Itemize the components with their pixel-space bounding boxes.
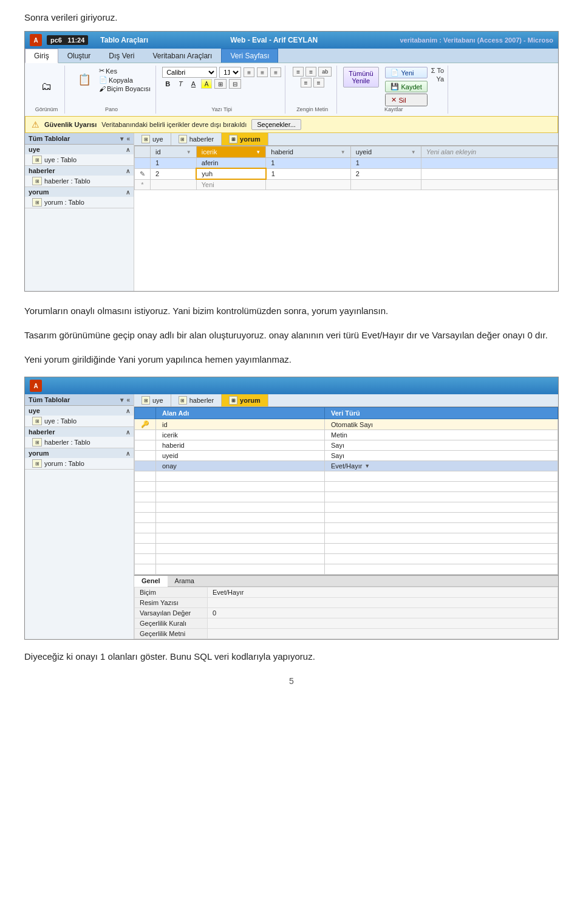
design-tab-haberler[interactable]: ⊞ haberler bbox=[171, 394, 222, 406]
tumunu-yenile-button[interactable]: Tümünü Yenile bbox=[343, 67, 378, 87]
properties-tab-genel[interactable]: Genel bbox=[134, 576, 168, 587]
sidebar2-chevron[interactable]: ▼ « bbox=[119, 397, 130, 403]
gorunum-button[interactable]: 🗂 bbox=[36, 77, 58, 97]
sidebar2-item-haberler[interactable]: ⊞ haberler : Tablo bbox=[25, 437, 134, 448]
sigma-label: Σ To bbox=[431, 67, 444, 74]
cell-uyeid-1[interactable]: 2 bbox=[350, 168, 421, 179]
cell-uyeid-0[interactable]: 1 bbox=[350, 158, 421, 169]
col-icerik[interactable]: icerik ▼ bbox=[196, 146, 266, 158]
italic-button[interactable]: T bbox=[176, 79, 186, 89]
tab-veri-sayfasi[interactable]: Veri Sayfası bbox=[221, 49, 278, 63]
design-row-haberid: haberid Sayı bbox=[135, 440, 558, 451]
tab-yorum[interactable]: ⊞ yorum bbox=[222, 133, 268, 145]
ab-btn[interactable]: ab bbox=[318, 67, 332, 77]
cell-haberid-0[interactable]: 1 bbox=[266, 158, 350, 169]
sidebar-chevron[interactable]: ▼ « bbox=[119, 135, 130, 142]
cell-icerik-new[interactable]: Yeni bbox=[196, 179, 266, 190]
sigma-group: Σ To Ya bbox=[431, 67, 444, 83]
tab-veritabani-araclari[interactable]: Veritabanı Araçları bbox=[143, 49, 221, 63]
sil-button[interactable]: ✕ Sil bbox=[385, 94, 428, 106]
onay-dropdown-icon[interactable]: ▼ bbox=[364, 463, 370, 469]
design-cell-id-name[interactable]: id bbox=[156, 419, 325, 430]
security-options-button[interactable]: Seçenekler... bbox=[251, 119, 301, 130]
sidebar-item-yorum-tablo[interactable]: ⊞ yorum : Tablo bbox=[25, 197, 134, 208]
col-haberid[interactable]: haberid ▼ bbox=[266, 146, 350, 158]
indent2-btn[interactable]: ≡ bbox=[313, 78, 324, 87]
cell-icerik-1[interactable]: yuh bbox=[196, 168, 266, 179]
design-cell-icerik-name[interactable]: icerik bbox=[156, 430, 325, 440]
sidebar2-yorum-title[interactable]: yorum ∧ bbox=[25, 448, 134, 458]
security-message: Veritabanındaki belirli içerikler devre … bbox=[101, 121, 247, 128]
yeni-button[interactable]: 📄 Yeni bbox=[385, 67, 428, 78]
yapistir-button[interactable]: 📋 bbox=[72, 67, 97, 92]
align-center-btn[interactable]: ≡ bbox=[257, 67, 268, 77]
design-cell-icerik-type[interactable]: Metin bbox=[325, 430, 558, 440]
design-cell-haberid-name[interactable]: haberid bbox=[156, 440, 325, 451]
sidebar-item-haberler-tablo[interactable]: ⊞ haberler : Tablo bbox=[25, 176, 134, 187]
grid-btn[interactable]: ⊞ bbox=[214, 79, 227, 89]
sil-icon: ✕ bbox=[391, 96, 397, 104]
design-row-uyeid: uyeid Sayı bbox=[135, 451, 558, 461]
indent-btn[interactable]: ≡ bbox=[305, 67, 316, 77]
sidebar2-uye-title[interactable]: uye ∧ bbox=[25, 406, 134, 416]
cell-id-0[interactable]: 1 bbox=[151, 158, 197, 169]
bold-button[interactable]: B bbox=[162, 79, 173, 89]
design-cell-haberid-type[interactable]: Sayı bbox=[325, 440, 558, 451]
font-family-select[interactable]: Calibri bbox=[162, 67, 217, 78]
sidebar2-item-yorum[interactable]: ⊞ yorum : Tablo bbox=[25, 458, 134, 469]
tab-haberler[interactable]: ⊞ haberler bbox=[171, 133, 222, 145]
sidebar2-item-uye[interactable]: ⊞ uye : Tablo bbox=[25, 416, 134, 426]
sidebar-haberler-title[interactable]: haberler ∧ bbox=[25, 166, 134, 176]
col-new-field[interactable]: Yeni alan ekleyin bbox=[421, 146, 557, 158]
cell-extra-1 bbox=[421, 168, 557, 179]
align-left-btn[interactable]: ≡ bbox=[244, 67, 254, 77]
kaydet-button[interactable]: 💾 Kaydet bbox=[385, 81, 428, 92]
sidebar-yorum-title[interactable]: yorum ∧ bbox=[25, 187, 134, 197]
tab-olustur[interactable]: Oluştur bbox=[58, 49, 100, 63]
cell-id-1[interactable]: 2 bbox=[151, 168, 197, 179]
sidebar-uye-title[interactable]: uye ∧ bbox=[25, 145, 134, 154]
data-table-1: id ▼ icerik ▼ bbox=[134, 146, 558, 190]
underline-button[interactable]: A bbox=[188, 79, 199, 89]
design-cell-onay-type[interactable]: Evet/Hayır ▼ bbox=[325, 461, 558, 471]
font-color-btn[interactable]: A bbox=[201, 79, 212, 89]
alt-grid-btn[interactable]: ⊟ bbox=[229, 79, 241, 89]
properties-grid: Biçim Evet/Hayır Resim Yazısı Varsayılan… bbox=[134, 587, 558, 639]
list2-btn[interactable]: ≡ bbox=[301, 78, 312, 87]
properties-area: Genel Arama Biçim Evet/Hayır Resim Yazıs… bbox=[134, 575, 558, 639]
bicim-label[interactable]: Biçim Boyacısı bbox=[107, 85, 151, 92]
design-tab-yorum[interactable]: ⊞ yorum bbox=[222, 394, 268, 406]
tab-dis-veri[interactable]: Dış Veri bbox=[100, 49, 143, 63]
design-cell-id-type[interactable]: Otomatik Sayı bbox=[325, 419, 558, 430]
prop-value-resim[interactable] bbox=[208, 598, 558, 608]
design-grid: Alan Adı Veri Türü 🔑 id Otomatik Sayı ic bbox=[134, 407, 558, 575]
key-icon-cell: 🔑 bbox=[135, 419, 156, 430]
sidebar2-haberler-title[interactable]: haberler ∧ bbox=[25, 427, 134, 437]
prop-label-varsayilan: Varsayılan Değer bbox=[135, 608, 208, 618]
design-cell-uyeid-name[interactable]: uyeid bbox=[156, 451, 325, 461]
col-uyeid[interactable]: uyeid ▼ bbox=[350, 146, 421, 158]
font-size-select[interactable]: 11 bbox=[219, 67, 241, 78]
design-tab-uye[interactable]: ⊞ uye bbox=[134, 394, 171, 406]
properties-tab-arama[interactable]: Arama bbox=[168, 576, 202, 586]
prop-value-gecerlilik-metin[interactable] bbox=[208, 629, 558, 639]
col-id[interactable]: id ▼ bbox=[151, 146, 197, 158]
design-cell-uyeid-type[interactable]: Sayı bbox=[325, 451, 558, 461]
prop-value-varsayilan[interactable]: 0 bbox=[208, 608, 558, 618]
kopyala-label[interactable]: Kopyala bbox=[109, 77, 133, 84]
zengin-row1: ≡ ≡ ab bbox=[293, 67, 332, 77]
kes-label[interactable]: Kes bbox=[106, 67, 117, 75]
cell-haberid-1[interactable]: 1 bbox=[266, 168, 350, 179]
list-btn[interactable]: ≡ bbox=[293, 67, 304, 77]
ribbon-tabs: Giriş Oluştur Dış Veri Veritabanı Araçla… bbox=[25, 49, 558, 63]
tab-giris[interactable]: Giriş bbox=[25, 49, 58, 63]
tab-uye[interactable]: ⊞ uye bbox=[134, 133, 171, 145]
design-cell-onay-name[interactable]: onay bbox=[156, 461, 325, 471]
prop-value-gecerlilik-kural[interactable] bbox=[208, 618, 558, 629]
prop-value-bicim[interactable]: Evet/Hayır bbox=[208, 587, 558, 598]
title-bar: A pc6 11:24 Tablo Araçları Web - Eval - … bbox=[25, 32, 558, 49]
align-right-btn[interactable]: ≡ bbox=[270, 67, 281, 77]
ribbon-group-pano: 📋 ✂ Kes 📄 Kopyala bbox=[67, 66, 156, 114]
cell-icerik-0[interactable]: aferin bbox=[196, 158, 266, 169]
sidebar-item-uye-tablo[interactable]: ⊞ uye : Tablo bbox=[25, 154, 134, 165]
